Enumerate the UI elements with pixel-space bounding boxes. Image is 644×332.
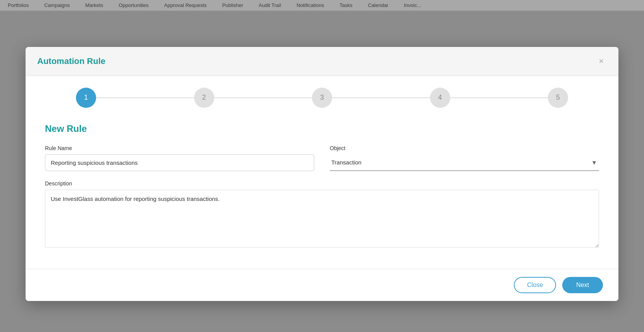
modal-body: 1 2 3 4 5 New Rule Rule Name Object	[26, 76, 618, 269]
form-row-name-object: Rule Name Object Transaction Contact Acc…	[45, 145, 599, 171]
section-title: New Rule	[45, 123, 599, 134]
object-select-wrapper: Transaction Contact Account Deal ▾	[330, 154, 599, 171]
object-select[interactable]: Transaction Contact Account Deal	[330, 154, 599, 171]
close-button[interactable]: Close	[514, 277, 556, 293]
step-3[interactable]: 3	[312, 88, 332, 108]
stepper: 1 2 3 4 5	[45, 88, 599, 108]
modal-overlay: Automation Rule × 1 2 3 4 5 New Rule	[0, 0, 644, 332]
description-label: Description	[45, 180, 599, 187]
rule-name-group: Rule Name	[45, 145, 314, 171]
rule-name-input[interactable]	[45, 154, 314, 171]
stepper-steps: 1 2 3 4 5	[76, 88, 568, 108]
object-label: Object	[330, 145, 599, 151]
modal-footer: Close Next	[26, 269, 618, 301]
form-row-description: Description Use InvestGlass automation f…	[45, 180, 599, 248]
rule-name-label: Rule Name	[45, 145, 314, 151]
object-group: Object Transaction Contact Account Deal …	[330, 145, 599, 171]
next-button[interactable]: Next	[562, 277, 603, 293]
description-textarea[interactable]: Use InvestGlass automation for reporting…	[45, 190, 599, 248]
step-2[interactable]: 2	[194, 88, 214, 108]
automation-rule-modal: Automation Rule × 1 2 3 4 5 New Rule	[26, 47, 618, 301]
step-1[interactable]: 1	[76, 88, 96, 108]
step-4[interactable]: 4	[430, 88, 450, 108]
modal-header: Automation Rule ×	[26, 47, 618, 76]
step-5[interactable]: 5	[548, 88, 568, 108]
modal-close-button[interactable]: ×	[596, 55, 607, 67]
modal-title: Automation Rule	[37, 56, 105, 66]
description-group: Description Use InvestGlass automation f…	[45, 180, 599, 248]
